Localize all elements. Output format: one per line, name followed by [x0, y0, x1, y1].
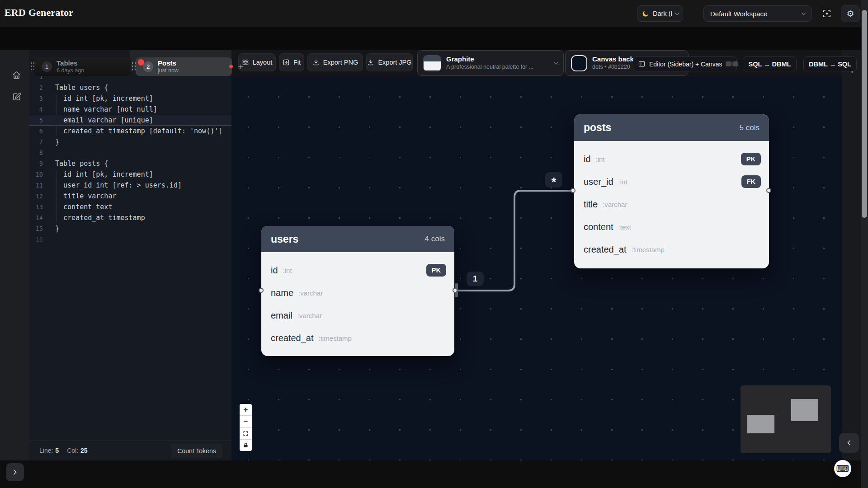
moon-icon [642, 10, 649, 18]
vertical-scrollbar[interactable] [861, 0, 868, 488]
workspace-selector[interactable]: Default Workspace [703, 5, 812, 22]
connection-handle[interactable] [766, 188, 771, 193]
pk-badge: PK [426, 264, 446, 277]
app-header: ERD Generator Dark (Reco Default Workspa… [0, 0, 868, 27]
cardinality-many-label: * [545, 172, 562, 188]
tab-subtitle: 6 days ago [57, 67, 84, 74]
column-row[interactable]: email :varchar [261, 304, 454, 327]
column-row[interactable]: title :varchar [574, 193, 769, 216]
fk-badge: FK [741, 175, 761, 188]
download-icon [367, 59, 374, 66]
document-tabstrip: 1 Tables 6 days ago 2 Posts just now + E… [0, 27, 861, 50]
fit-view-button[interactable] [240, 428, 252, 440]
table-header[interactable]: posts 5 cols [574, 114, 769, 141]
unsaved-dot [138, 59, 144, 66]
minimap[interactable] [741, 385, 831, 453]
column-row[interactable]: id :int PK [574, 148, 769, 170]
settings-button[interactable]: ⚙ [841, 5, 860, 22]
palette-selector[interactable]: Graphite A professional neutral palette … [417, 50, 564, 76]
fit-arrow-icon [283, 59, 290, 66]
table-header[interactable]: users 4 cols [261, 226, 454, 252]
export-png-button[interactable]: Export PNG [307, 53, 363, 71]
code-line: 3 id int [pk, increment] [29, 93, 231, 104]
home-icon[interactable] [11, 70, 22, 81]
code-line: 13 content text [29, 202, 231, 212]
code-line-active: 5 email varchar [unique] [29, 115, 231, 126]
zoom-out-button[interactable]: − [240, 416, 252, 427]
chevron-down-icon [675, 10, 679, 15]
code-line: 12 title varchar [29, 191, 231, 202]
notification-dot [229, 65, 233, 68]
edit-icon[interactable] [11, 91, 23, 102]
left-rail [0, 27, 29, 460]
table-body: id :int PK name :varchar email :varchar … [261, 252, 454, 349]
code-line: 11 user_id int [ref: > users.id] [29, 180, 231, 191]
tab-tables[interactable]: 1 Tables 6 days ago [34, 57, 131, 76]
lock-button[interactable] [240, 440, 252, 451]
column-count: 5 cols [740, 123, 760, 132]
table-name: users [271, 233, 425, 245]
collapse-panel-button[interactable] [839, 433, 859, 453]
connection-handle[interactable] [453, 288, 458, 293]
minimap-node-users [747, 415, 774, 433]
column-count: 4 cols [425, 235, 445, 244]
table-body: id :int PK user_id :int FK title :varcha… [574, 141, 769, 261]
dbml-code-editor[interactable]: 1 2Table users { 3 id int [pk, increment… [29, 71, 231, 441]
download-icon [312, 59, 320, 66]
code-line: 10 id int [pk, increment] [29, 169, 231, 180]
theme-selector[interactable]: Dark (Reco [637, 5, 683, 22]
palette-description: A professional neutral palette for ... [446, 64, 550, 71]
workspace-label: Default Workspace [710, 10, 798, 18]
tab-posts-active[interactable]: 2 Posts just now [136, 57, 232, 76]
column-row[interactable]: user_id :int FK [574, 170, 769, 193]
theme-label: Dark (Reco [653, 10, 672, 17]
sql-to-dbml-button[interactable]: SQL → DBML [743, 56, 797, 71]
column-row[interactable]: id :int PK [261, 259, 454, 282]
column-row[interactable]: created_at :timestamp [574, 238, 769, 261]
app-logo: ERD Generator [5, 7, 73, 19]
count-tokens-button[interactable]: Count Tokens [171, 444, 222, 458]
keyboard-shortcuts-button[interactable]: ⌨ [834, 460, 851, 477]
table-node-users[interactable]: users 4 cols id :int PK name :varchar em… [261, 226, 454, 356]
editor-panel: Editor Syntax Reference 1 2Table users {… [29, 50, 231, 460]
scrollbar-thumb[interactable] [862, 10, 867, 218]
code-line: 16 [29, 234, 231, 245]
code-line: 7} [29, 136, 231, 147]
code-line: 2Table users { [29, 82, 231, 93]
chevron-down-icon [554, 60, 559, 65]
dbml-to-sql-button[interactable]: DBML → SQL [803, 56, 857, 71]
connection-handle[interactable] [571, 188, 576, 193]
tab-title: Posts [158, 59, 179, 67]
connection-handle[interactable] [259, 288, 264, 293]
right-panel-strip [842, 50, 861, 460]
minimap-node-posts [791, 399, 818, 421]
panel-toggle[interactable] [726, 61, 738, 66]
code-line: 6 created_at timestamp [default: 'now()'… [29, 126, 231, 136]
keyboard-icon: ⌨ [836, 463, 849, 474]
zoom-in-button[interactable]: + [240, 404, 252, 416]
column-row[interactable]: content :text [574, 216, 769, 238]
fit-view-button[interactable]: Fit [279, 53, 304, 71]
bottom-strip [0, 460, 861, 488]
column-row[interactable]: created_at :timestamp [261, 327, 454, 349]
export-jpg-button[interactable]: Export JPG [366, 53, 413, 71]
palette-name: Graphite [446, 55, 550, 64]
column-row[interactable]: name :varchar [261, 282, 454, 304]
expand-sidebar-button[interactable] [6, 463, 24, 481]
tab-title: Tables [57, 59, 84, 67]
view-mode-selector[interactable]: Editor (Sidebar) + Canvas [633, 56, 737, 71]
code-line: 8 [29, 147, 231, 158]
table-node-posts[interactable]: posts 5 cols id :int PK user_id :int FK … [574, 114, 769, 268]
background-swatch-icon [571, 55, 587, 71]
code-line: 14 created_at timestamp [29, 212, 231, 223]
palette-swatch-icon [423, 55, 441, 71]
code-line: 4 name varchar [not null] [29, 104, 231, 115]
tab-badge: 1 [42, 61, 52, 72]
scan-focus-icon [822, 9, 832, 19]
focus-mode-button[interactable] [818, 5, 835, 22]
code-line: 9Table posts { [29, 158, 231, 169]
new-tab-button[interactable]: + [234, 60, 247, 73]
chevron-down-icon [802, 10, 806, 15]
gear-icon: ⚙ [846, 9, 854, 19]
table-name: posts [584, 122, 740, 134]
